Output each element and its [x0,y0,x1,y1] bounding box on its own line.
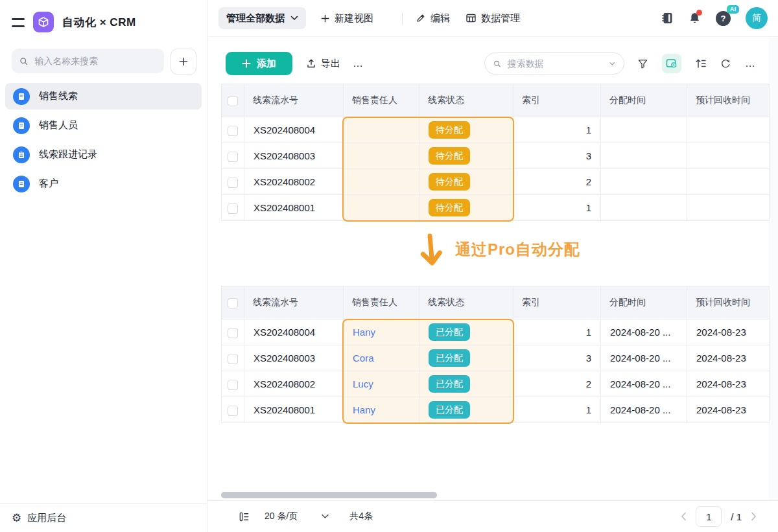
sidebar-search-input[interactable] [33,55,156,67]
add-record-button[interactable]: 添加 [226,52,292,75]
table-row[interactable]: XS202408003 待分配 3 [222,143,770,169]
row-checkbox[interactable] [228,178,238,188]
recover-time-cell[interactable] [687,169,770,195]
sort-button[interactable] [695,58,707,69]
lead-id-cell[interactable]: XS202408001 [244,397,344,423]
status-cell[interactable]: 待分配 [419,117,513,143]
index-cell[interactable]: 1 [513,397,601,423]
previous-page-button[interactable] [681,512,687,521]
index-cell[interactable]: 2 [513,371,601,397]
owner-link[interactable]: Hany [353,327,375,338]
status-cell[interactable]: 待分配 [419,143,513,169]
owner-link[interactable]: Hany [353,404,375,415]
data-management-button[interactable]: 数据管理 [466,12,520,25]
assigned-time-cell[interactable] [601,169,687,195]
owner-cell[interactable] [344,143,419,169]
row-checkbox[interactable] [228,354,238,364]
column-header[interactable]: 线索状态 [419,84,513,117]
column-header[interactable]: 销售责任人 [344,84,419,117]
sidebar-item-customers[interactable]: 客户 [5,170,202,197]
table-row[interactable]: XS202408003 Cora 已分配 3 2024-08-20 ... 20… [222,345,770,371]
column-header[interactable]: 销售责任人 [344,286,419,319]
chevron-down-icon[interactable] [609,62,615,66]
view-more-button[interactable]: … [745,58,756,69]
recover-time-cell[interactable]: 2024-08-23 [687,397,770,423]
assigned-time-cell[interactable]: 2024-08-20 ... [601,319,687,345]
owner-cell[interactable] [344,117,419,143]
recover-time-cell[interactable] [687,195,770,221]
recover-time-cell[interactable]: 2024-08-23 [687,345,770,371]
lead-id-cell[interactable]: XS202408003 [244,345,344,371]
column-header[interactable]: 索引 [513,286,601,319]
lead-id-cell[interactable]: XS202408004 [244,319,344,345]
horizontal-scrollbar[interactable] [221,492,437,498]
refresh-button[interactable] [720,58,731,69]
owner-cell[interactable]: Lucy [344,371,419,397]
notifications-button[interactable] [689,12,701,25]
assigned-time-cell[interactable] [601,143,687,169]
column-header[interactable]: 预计回收时间 [687,286,770,319]
column-header[interactable]: 分配时间 [601,286,687,319]
sidebar-item-lead-followup[interactable]: 线索跟进记录 [5,141,202,168]
row-checkbox[interactable] [228,126,238,136]
recover-time-cell[interactable] [687,117,770,143]
lead-id-cell[interactable]: XS202408002 [244,169,344,195]
index-cell[interactable]: 2 [513,169,601,195]
owner-cell[interactable] [344,195,419,221]
index-cell[interactable]: 1 [513,117,601,143]
column-header[interactable]: 索引 [513,84,601,117]
rows-per-page-label[interactable]: 20 条/页 [265,511,298,522]
row-checkbox[interactable] [228,328,238,338]
current-page-input[interactable]: 1 [696,506,722,527]
recover-time-cell[interactable]: 2024-08-23 [687,319,770,345]
changelog-button[interactable] [661,12,674,25]
status-cell[interactable]: 待分配 [419,169,513,195]
table-row[interactable]: XS202408002 Lucy 已分配 2 2024-08-20 ... 20… [222,371,770,397]
help-button[interactable]: ? AI [716,11,731,26]
index-cell[interactable]: 1 [513,195,601,221]
row-checkbox[interactable] [228,380,238,390]
assigned-time-cell[interactable]: 2024-08-20 ... [601,397,687,423]
index-cell[interactable]: 1 [513,319,601,345]
recover-time-cell[interactable] [687,143,770,169]
data-search-field[interactable] [484,52,624,75]
recover-time-cell[interactable]: 2024-08-23 [687,371,770,397]
owner-cell[interactable] [344,169,419,195]
table-row[interactable]: XS202408001 Hany 已分配 1 2024-08-20 ... 20… [222,397,770,423]
table-row[interactable]: XS202408004 Hany 已分配 1 2024-08-20 ... 20… [222,319,770,345]
toolbar-more-button[interactable]: … [353,58,364,69]
column-header[interactable]: 预计回收时间 [687,84,770,117]
owner-cell[interactable]: Cora [344,345,419,371]
assigned-time-cell[interactable] [601,117,687,143]
table-row[interactable]: XS202408001 待分配 1 [222,195,770,221]
owner-link[interactable]: Lucy [353,378,373,389]
status-cell[interactable]: 已分配 [419,319,513,345]
view-switcher-button[interactable]: 管理全部数据 [218,7,306,29]
lead-id-cell[interactable]: XS202408002 [244,371,344,397]
collapse-sidebar-icon[interactable] [12,17,25,27]
rows-per-page-dropdown[interactable] [321,514,329,519]
column-header[interactable]: 线索状态 [419,286,513,319]
owner-cell[interactable]: Hany [344,397,419,423]
status-cell[interactable]: 待分配 [419,195,513,221]
status-cell[interactable]: 已分配 [419,397,513,423]
owner-cell[interactable]: Hany [344,319,419,345]
sidebar-item-sales-people[interactable]: 销售人员 [5,112,202,139]
export-button[interactable]: 导出 [306,58,340,70]
next-page-button[interactable] [751,512,757,521]
index-cell[interactable]: 3 [513,345,601,371]
column-header[interactable]: 线索流水号 [244,286,344,319]
table-row[interactable]: XS202408004 待分配 1 [222,117,770,143]
row-checkbox[interactable] [228,406,238,416]
select-all-checkbox[interactable] [228,298,238,308]
sidebar-search-field[interactable] [12,49,164,73]
select-all-checkbox[interactable] [228,96,238,106]
sidebar-item-sales-leads[interactable]: 销售线索 [5,83,202,110]
assigned-time-cell[interactable]: 2024-08-20 ... [601,371,687,397]
lead-id-cell[interactable]: XS202408001 [244,195,344,221]
column-header[interactable]: 线索流水号 [244,84,344,117]
status-cell[interactable]: 已分配 [419,345,513,371]
edit-button[interactable]: 编辑 [416,12,450,25]
assigned-time-cell[interactable]: 2024-08-20 ... [601,345,687,371]
assigned-time-cell[interactable] [601,195,687,221]
